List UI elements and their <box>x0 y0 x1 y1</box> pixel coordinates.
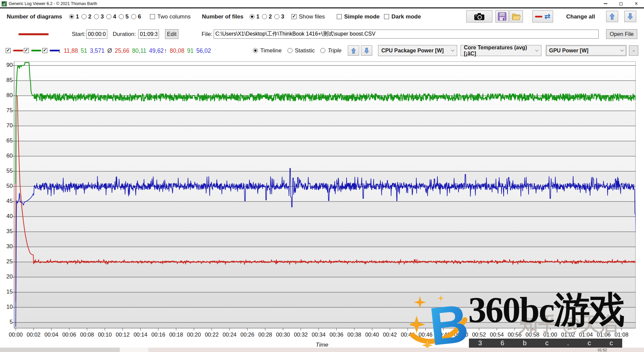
x-axis-tick-label: 00:32 <box>291 332 310 338</box>
radio-statistic-label: Statistic <box>295 47 315 54</box>
x-axis-tick-label: 00:04 <box>42 332 61 338</box>
dark-mode-checkbox[interactable] <box>384 14 389 19</box>
x-axis-tick-label: 00:34 <box>309 332 328 338</box>
clock-text: 01:52 <box>598 348 607 352</box>
app-icon <box>2 1 7 6</box>
series-1-visible-checkbox[interactable] <box>6 48 11 53</box>
min-stats: ↓ 11,88 51 3,571 <box>58 47 105 54</box>
radio-triple-label: Triple <box>328 47 341 54</box>
floppy-disk-icon <box>498 12 506 21</box>
y-axis-tick-label: 20 <box>4 273 13 280</box>
radio-diagrams-3-label: 3 <box>101 13 104 20</box>
x-axis-tick-label: 00:02 <box>24 332 43 338</box>
screenshot-button[interactable] <box>466 10 492 23</box>
radio-diagrams-2-label: 2 <box>88 13 91 20</box>
chevron-down-icon <box>621 48 624 52</box>
max-arrow-icon: ↑ <box>164 47 167 54</box>
duration-input[interactable] <box>138 30 159 39</box>
min-value-temp: 51 <box>81 47 87 54</box>
watermark-bar-letter: . <box>567 339 569 347</box>
file-row: Start: Duration: Edit File: Open File <box>0 25 644 43</box>
file-path-input[interactable] <box>214 30 599 39</box>
dark-mode-label: Dark mode <box>391 13 421 20</box>
radio-diagrams-4-label: 4 <box>113 13 116 20</box>
radio-files-2-label: 2 <box>269 13 272 20</box>
avg-value-cpu: 25,66 <box>115 47 129 54</box>
x-axis-tick-label: 00:10 <box>96 332 114 338</box>
watermark-bar-letter: 3 <box>478 339 482 347</box>
move-series-up-button[interactable] <box>348 45 359 56</box>
x-axis-tick-label: 00:26 <box>238 332 257 338</box>
radio-triple[interactable] <box>320 48 325 53</box>
edit-button[interactable]: Edit <box>165 29 178 39</box>
change-all-up-button[interactable] <box>606 11 618 22</box>
x-axis-tick-label: 00:42 <box>380 332 399 338</box>
x-axis-tick-label: 00:22 <box>202 332 221 338</box>
avg-value-temp: 80,11 <box>132 47 147 54</box>
y-axis-tick-label: 30 <box>4 243 13 250</box>
radio-diagrams-2[interactable] <box>82 14 87 19</box>
min-value-cpu: 11,88 <box>64 47 78 54</box>
x-axis-tick-label: 00:24 <box>220 332 239 338</box>
folder-icon <box>512 12 521 20</box>
swap-color-button[interactable]: ⇄ <box>532 10 553 23</box>
radio-diagrams-6[interactable] <box>131 14 136 19</box>
move-series-down-button[interactable] <box>361 45 372 56</box>
open-folder-button[interactable] <box>509 10 523 23</box>
minimize-button[interactable] <box>598 0 613 7</box>
radio-diagrams-5-label: 5 <box>125 13 128 20</box>
radio-diagrams-4[interactable] <box>106 14 111 19</box>
radio-diagrams-1[interactable] <box>69 14 74 19</box>
channel-select-3[interactable]: GPU Power [W] <box>546 45 627 56</box>
y-axis-tick-label: 55 <box>4 168 13 174</box>
show-files-label: Show files <box>299 13 325 20</box>
channel-select-3-value: GPU Power [W] <box>549 48 588 54</box>
simple-mode-label: Simple mode <box>344 13 380 20</box>
radio-files-3[interactable] <box>274 14 279 19</box>
y-axis-tick-label: 40 <box>4 213 13 220</box>
window-title: Generic Log Viewer 6.2 - © 2021 Thomas B… <box>9 1 97 6</box>
save-button[interactable] <box>495 10 509 23</box>
x-axis-tick-label: 00:16 <box>149 332 168 338</box>
series-toolbar: ↓ 11,88 51 3,571 Ø 25,66 80,11 49,62 ↑ 8… <box>0 43 644 58</box>
radio-files-3-label: 3 <box>281 13 284 20</box>
radio-files-1[interactable] <box>250 14 255 19</box>
change-all-label: Change all <box>566 13 595 20</box>
watermark-bar-letter: c <box>609 339 613 347</box>
channel-select-1[interactable]: CPU Package Power [W] <box>378 45 457 56</box>
radio-files-2[interactable] <box>262 14 267 19</box>
x-axis-tick-label: 00:18 <box>167 332 185 338</box>
min-value-gpu: 3,571 <box>90 47 105 54</box>
swap-arrows-icon: ⇄ <box>544 13 550 20</box>
diagrams-label: Number of diagrams <box>7 13 62 20</box>
show-files-checkbox[interactable] <box>291 14 297 19</box>
radio-timeline[interactable] <box>253 48 258 53</box>
radio-diagrams-3[interactable] <box>94 14 99 19</box>
change-all-down-button[interactable] <box>624 11 636 22</box>
radio-statistic[interactable] <box>287 48 292 53</box>
watermark-bar-letter: c <box>588 339 591 347</box>
simple-mode-checkbox[interactable] <box>337 14 342 19</box>
y-axis-tick-label: 25 <box>4 258 13 265</box>
avg-value-gpu: 49,62 <box>149 47 164 54</box>
series-2-visible-checkbox[interactable] <box>24 48 29 53</box>
y-axis-tick-label: 50 <box>4 183 13 189</box>
x-axis-tick-label: 00:54 <box>487 332 506 338</box>
watermark-logo-icon: B <box>410 292 477 352</box>
restore-button[interactable] <box>613 0 629 7</box>
x-axis-tick-label: 00:40 <box>363 332 381 338</box>
series-3-visible-checkbox[interactable] <box>42 48 47 53</box>
start-input[interactable] <box>86 30 107 39</box>
remove-channel-button[interactable]: - <box>629 45 638 56</box>
radio-files-1-label: 1 <box>256 13 259 20</box>
x-axis-tick-label: 00:20 <box>184 332 203 338</box>
y-axis-tick-label: 5 <box>4 319 13 325</box>
radio-diagrams-5[interactable] <box>119 14 124 19</box>
channel-select-2[interactable]: Core Temperatures (avg) [¡ãC] <box>461 45 541 56</box>
open-file-button[interactable]: Open File <box>606 29 637 39</box>
close-button[interactable]: × <box>629 0 644 7</box>
minimize-icon <box>604 3 607 4</box>
restore-icon <box>620 2 623 5</box>
two-columns-checkbox[interactable] <box>150 14 155 19</box>
main-toolbar: Number of diagrams 1 2 3 4 5 6 Two colum… <box>0 8 644 25</box>
